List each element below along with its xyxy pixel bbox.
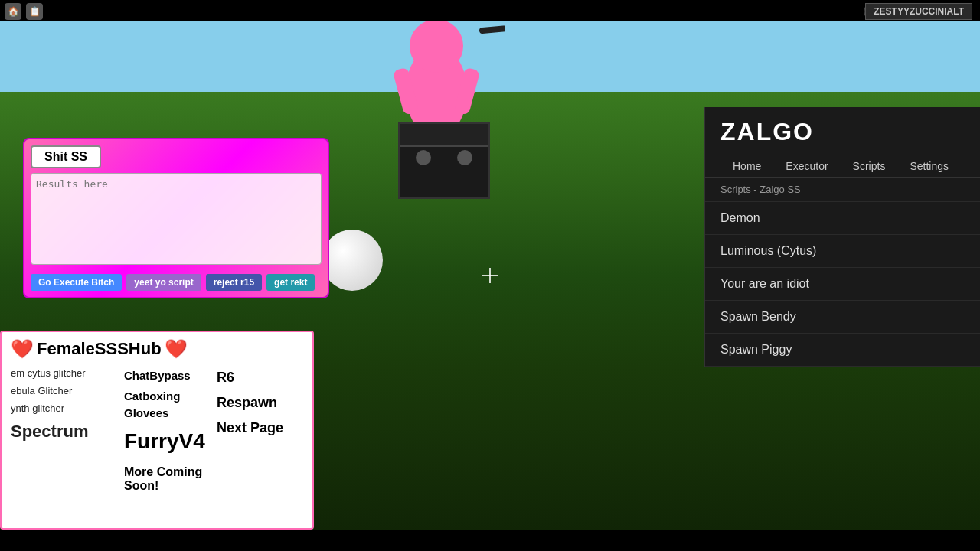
female-left-col: em cytus glitcher ebula Glitcher ynth gl… [11,366,118,493]
execute-button[interactable]: Go Execute Bitch [31,274,122,291]
svg-point-1 [410,19,463,73]
white-ball [322,230,383,291]
yeet-button[interactable]: yeet yo script [126,274,201,291]
heart-right-icon: ❤️ [165,338,188,360]
female-left-0: em cytus glitcher [11,366,118,382]
female-left-1: ebula Glitcher [11,383,118,399]
female-right-1[interactable]: Respawn [217,393,303,413]
zalgo-panel: ZALGO Home Executor Scripts Settings Scr… [704,107,980,367]
scripts-label: Scripts - Zalgo SS [705,178,980,202]
shitss-buttons: Go Execute Bitch yeet yo script reject r… [31,274,322,291]
clipboard-icon[interactable]: 📋 [26,3,43,20]
female-mid-col: ChatBypass Catboxing Glovees FurryV4 Mor… [124,366,211,493]
shitss-title: Shit SS [31,145,101,168]
script-luminous[interactable]: Luminous (Cytus) [705,235,980,268]
female-mid-2[interactable]: FurryV4 [124,425,211,458]
rekt-button[interactable]: get rekt [266,274,315,291]
script-your-are-an-idiot[interactable]: Your are an idiot [705,268,980,301]
script-demon[interactable]: Demon [705,202,980,235]
female-left-2: ynth glitcher [11,401,118,417]
nav-executor[interactable]: Executor [773,155,840,177]
female-panel: ❤️ FemaleSSSHub ❤️ em cytus glitcher ebu… [0,331,314,530]
heart-left-icon: ❤️ [11,338,34,360]
shitss-panel: Shit SS Go Execute Bitch yeet yo script … [23,138,329,298]
female-right-2[interactable]: Next Page [217,418,303,439]
black-vehicle [398,122,490,199]
script-spawn-bendy[interactable]: Spawn Bendy [705,301,980,334]
female-left-3: Spectrum [11,418,118,445]
female-header: ❤️ FemaleSSSHub ❤️ [11,338,303,360]
nav-scripts[interactable]: Scripts [841,155,898,177]
more-coming: More Coming Soon! [124,465,211,493]
bottom-bar [0,530,980,551]
female-content: em cytus glitcher ebula Glitcher ynth gl… [11,366,303,493]
script-spawn-piggy[interactable]: Spawn Piggy [705,334,980,367]
zalgo-nav: Home Executor Scripts Settings [705,152,980,178]
zalgo-header: ZALGO [705,107,980,152]
crosshair [482,268,498,283]
top-icons: 🏠 📋 [5,3,43,20]
user-button[interactable]: ZESTYYZUCCINIALT [865,3,972,20]
female-right-0[interactable]: R6 [217,367,303,388]
female-right-col: R6 Respawn Next Page [217,366,303,493]
shitss-textarea[interactable] [31,173,322,265]
home-icon[interactable]: 🏠 [5,3,21,20]
nav-settings[interactable]: Settings [897,155,961,177]
nav-home[interactable]: Home [720,155,773,177]
female-title: FemaleSSSHub [37,339,162,359]
zalgo-title: ZALGO [720,118,965,146]
female-mid-0[interactable]: ChatBypass [124,367,211,385]
top-bar [0,0,980,21]
female-mid-1[interactable]: Catboxing Glovees [124,388,211,422]
reject-button[interactable]: reject r15 [206,274,262,291]
